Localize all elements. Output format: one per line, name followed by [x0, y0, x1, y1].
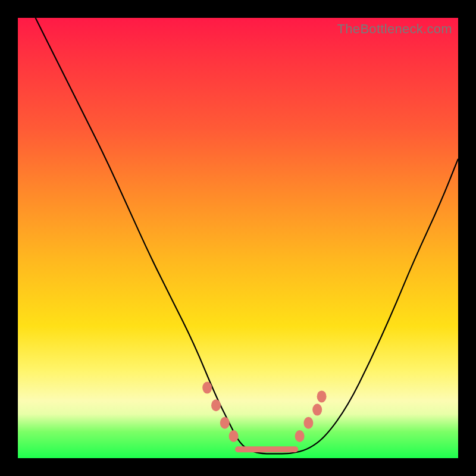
- curve-marker: [229, 430, 239, 442]
- chart-frame: TheBottleneck.com: [0, 0, 476, 476]
- curve-marker: [317, 390, 327, 402]
- curve-markers: [202, 382, 326, 450]
- plot-area: TheBottleneck.com: [18, 18, 458, 458]
- curve-marker: [303, 417, 313, 429]
- bottleneck-curve: [36, 18, 458, 454]
- curve-marker: [220, 417, 230, 429]
- curve-marker: [202, 382, 212, 394]
- curve-marker: [312, 404, 322, 416]
- curve-marker: [295, 430, 305, 442]
- curve-svg: [18, 18, 458, 458]
- curve-marker: [211, 399, 221, 411]
